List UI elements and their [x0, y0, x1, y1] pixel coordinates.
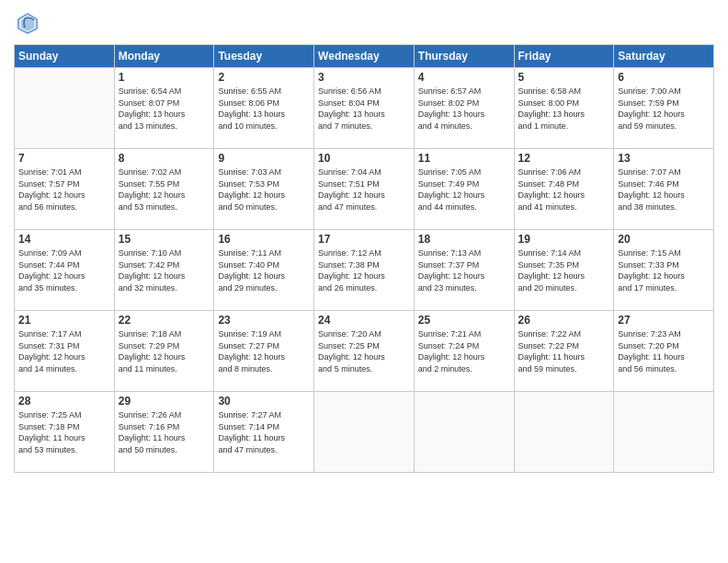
calendar-cell: 23Sunrise: 7:19 AM Sunset: 7:27 PM Dayli…	[214, 311, 314, 392]
calendar-cell: 14Sunrise: 7:09 AM Sunset: 7:44 PM Dayli…	[15, 230, 115, 311]
day-number: 27	[618, 314, 710, 327]
calendar-cell: 15Sunrise: 7:10 AM Sunset: 7:42 PM Dayli…	[114, 230, 214, 311]
calendar-week-row: 7Sunrise: 7:01 AM Sunset: 7:57 PM Daylig…	[15, 149, 714, 230]
calendar-cell: 20Sunrise: 7:15 AM Sunset: 7:33 PM Dayli…	[614, 230, 714, 311]
day-number: 22	[119, 314, 210, 327]
day-info: Sunrise: 6:58 AM Sunset: 8:00 PM Dayligh…	[518, 86, 610, 132]
calendar-week-row: 28Sunrise: 7:25 AM Sunset: 7:18 PM Dayli…	[15, 392, 714, 473]
day-info: Sunrise: 7:09 AM Sunset: 7:44 PM Dayligh…	[18, 247, 110, 293]
calendar-header-row: SundayMondayTuesdayWednesdayThursdayFrid…	[15, 45, 714, 68]
logo-icon	[14, 9, 41, 37]
day-number: 15	[119, 233, 210, 246]
day-number: 10	[318, 152, 410, 165]
day-info: Sunrise: 7:14 AM Sunset: 7:35 PM Dayligh…	[518, 247, 610, 293]
calendar-cell: 13Sunrise: 7:07 AM Sunset: 7:46 PM Dayli…	[614, 149, 714, 230]
day-info: Sunrise: 7:10 AM Sunset: 7:42 PM Dayligh…	[119, 247, 210, 293]
day-info: Sunrise: 7:25 AM Sunset: 7:18 PM Dayligh…	[18, 409, 110, 455]
day-number: 23	[218, 314, 310, 327]
calendar-cell: 1Sunrise: 6:54 AM Sunset: 8:07 PM Daylig…	[114, 68, 214, 149]
day-info: Sunrise: 7:02 AM Sunset: 7:55 PM Dayligh…	[119, 167, 210, 213]
day-number: 12	[518, 152, 610, 165]
calendar-cell: 29Sunrise: 7:26 AM Sunset: 7:16 PM Dayli…	[114, 392, 214, 473]
calendar-cell: 22Sunrise: 7:18 AM Sunset: 7:29 PM Dayli…	[114, 311, 214, 392]
day-header-friday: Friday	[514, 45, 614, 68]
day-info: Sunrise: 7:06 AM Sunset: 7:48 PM Dayligh…	[518, 167, 610, 213]
day-info: Sunrise: 7:23 AM Sunset: 7:20 PM Dayligh…	[618, 328, 710, 374]
day-info: Sunrise: 7:07 AM Sunset: 7:46 PM Dayligh…	[618, 167, 710, 213]
calendar: SundayMondayTuesdayWednesdayThursdayFrid…	[14, 44, 714, 473]
day-header-saturday: Saturday	[614, 45, 714, 68]
day-header-monday: Monday	[114, 45, 214, 68]
day-number: 30	[218, 395, 310, 408]
day-number: 2	[218, 71, 310, 84]
calendar-cell: 21Sunrise: 7:17 AM Sunset: 7:31 PM Dayli…	[15, 311, 115, 392]
day-info: Sunrise: 7:00 AM Sunset: 7:59 PM Dayligh…	[618, 86, 710, 132]
day-number: 25	[418, 314, 510, 327]
day-header-sunday: Sunday	[15, 45, 115, 68]
day-info: Sunrise: 7:05 AM Sunset: 7:49 PM Dayligh…	[418, 167, 510, 213]
calendar-cell: 4Sunrise: 6:57 AM Sunset: 8:02 PM Daylig…	[414, 68, 514, 149]
day-number: 26	[518, 314, 610, 327]
day-number: 7	[18, 152, 110, 165]
calendar-cell: 12Sunrise: 7:06 AM Sunset: 7:48 PM Dayli…	[514, 149, 614, 230]
day-info: Sunrise: 6:54 AM Sunset: 8:07 PM Dayligh…	[119, 86, 210, 132]
day-number: 8	[119, 152, 210, 165]
day-info: Sunrise: 6:57 AM Sunset: 8:02 PM Dayligh…	[418, 86, 510, 132]
day-number: 20	[618, 233, 710, 246]
day-info: Sunrise: 7:20 AM Sunset: 7:25 PM Dayligh…	[318, 328, 410, 374]
day-number: 24	[318, 314, 410, 327]
header	[14, 9, 714, 37]
day-number: 1	[119, 71, 210, 84]
calendar-week-row: 14Sunrise: 7:09 AM Sunset: 7:44 PM Dayli…	[15, 230, 714, 311]
day-number: 9	[218, 152, 310, 165]
day-header-wednesday: Wednesday	[314, 45, 415, 68]
day-number: 11	[418, 152, 510, 165]
calendar-cell: 3Sunrise: 6:56 AM Sunset: 8:04 PM Daylig…	[314, 68, 415, 149]
calendar-cell	[414, 392, 514, 473]
calendar-cell: 6Sunrise: 7:00 AM Sunset: 7:59 PM Daylig…	[614, 68, 714, 149]
day-header-thursday: Thursday	[414, 45, 514, 68]
calendar-week-row: 1Sunrise: 6:54 AM Sunset: 8:07 PM Daylig…	[15, 68, 714, 149]
day-info: Sunrise: 7:11 AM Sunset: 7:40 PM Dayligh…	[218, 247, 310, 293]
calendar-cell: 16Sunrise: 7:11 AM Sunset: 7:40 PM Dayli…	[214, 230, 314, 311]
calendar-cell: 19Sunrise: 7:14 AM Sunset: 7:35 PM Dayli…	[514, 230, 614, 311]
calendar-cell: 8Sunrise: 7:02 AM Sunset: 7:55 PM Daylig…	[114, 149, 214, 230]
calendar-cell: 30Sunrise: 7:27 AM Sunset: 7:14 PM Dayli…	[214, 392, 314, 473]
calendar-cell: 25Sunrise: 7:21 AM Sunset: 7:24 PM Dayli…	[414, 311, 514, 392]
day-number: 28	[18, 395, 110, 408]
day-info: Sunrise: 7:18 AM Sunset: 7:29 PM Dayligh…	[119, 328, 210, 374]
calendar-cell	[514, 392, 614, 473]
day-info: Sunrise: 7:13 AM Sunset: 7:37 PM Dayligh…	[418, 247, 510, 293]
day-info: Sunrise: 7:19 AM Sunset: 7:27 PM Dayligh…	[218, 328, 310, 374]
day-number: 18	[418, 233, 510, 246]
day-number: 29	[119, 395, 210, 408]
calendar-cell: 28Sunrise: 7:25 AM Sunset: 7:18 PM Dayli…	[15, 392, 115, 473]
day-number: 5	[518, 71, 610, 84]
calendar-week-row: 21Sunrise: 7:17 AM Sunset: 7:31 PM Dayli…	[15, 311, 714, 392]
calendar-cell: 2Sunrise: 6:55 AM Sunset: 8:06 PM Daylig…	[214, 68, 314, 149]
day-number: 21	[18, 314, 110, 327]
day-info: Sunrise: 7:03 AM Sunset: 7:53 PM Dayligh…	[218, 167, 310, 213]
day-number: 6	[618, 71, 710, 84]
calendar-cell: 7Sunrise: 7:01 AM Sunset: 7:57 PM Daylig…	[15, 149, 115, 230]
day-info: Sunrise: 6:55 AM Sunset: 8:06 PM Dayligh…	[218, 86, 310, 132]
calendar-cell: 27Sunrise: 7:23 AM Sunset: 7:20 PM Dayli…	[614, 311, 714, 392]
day-info: Sunrise: 7:26 AM Sunset: 7:16 PM Dayligh…	[119, 409, 210, 455]
day-info: Sunrise: 7:01 AM Sunset: 7:57 PM Dayligh…	[18, 167, 110, 213]
day-info: Sunrise: 7:12 AM Sunset: 7:38 PM Dayligh…	[318, 247, 410, 293]
calendar-cell	[15, 68, 115, 149]
calendar-cell: 11Sunrise: 7:05 AM Sunset: 7:49 PM Dayli…	[414, 149, 514, 230]
day-number: 13	[618, 152, 710, 165]
day-info: Sunrise: 7:22 AM Sunset: 7:22 PM Dayligh…	[518, 328, 610, 374]
calendar-cell: 24Sunrise: 7:20 AM Sunset: 7:25 PM Dayli…	[314, 311, 415, 392]
day-info: Sunrise: 7:04 AM Sunset: 7:51 PM Dayligh…	[318, 167, 410, 213]
day-info: Sunrise: 7:21 AM Sunset: 7:24 PM Dayligh…	[418, 328, 510, 374]
day-info: Sunrise: 7:17 AM Sunset: 7:31 PM Dayligh…	[18, 328, 110, 374]
calendar-cell: 26Sunrise: 7:22 AM Sunset: 7:22 PM Dayli…	[514, 311, 614, 392]
calendar-cell: 17Sunrise: 7:12 AM Sunset: 7:38 PM Dayli…	[314, 230, 415, 311]
calendar-cell: 10Sunrise: 7:04 AM Sunset: 7:51 PM Dayli…	[314, 149, 415, 230]
day-number: 16	[218, 233, 310, 246]
logo	[14, 9, 43, 37]
day-number: 19	[518, 233, 610, 246]
day-info: Sunrise: 6:56 AM Sunset: 8:04 PM Dayligh…	[318, 86, 410, 132]
